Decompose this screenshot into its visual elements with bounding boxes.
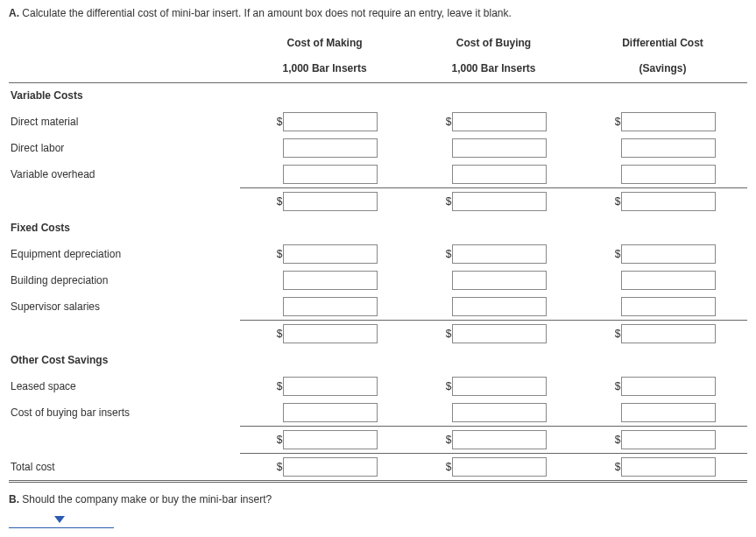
input-variable-subtotal-diff[interactable] [621, 192, 716, 211]
input-equipment-depreciation-buying[interactable] [452, 244, 547, 264]
currency-symbol: $ [442, 116, 452, 128]
input-supervisor-salaries-diff[interactable] [621, 297, 716, 316]
currency-symbol: $ [442, 434, 452, 446]
currency-symbol: $ [611, 380, 621, 392]
col1-header-l1: Cost of Making [240, 30, 409, 56]
input-total-cost-diff[interactable] [621, 457, 716, 477]
currency-symbol: $ [272, 248, 283, 260]
input-variable-subtotal-making[interactable] [283, 192, 378, 211]
input-total-cost-making[interactable] [283, 457, 378, 477]
input-supervisor-salaries-making[interactable] [283, 297, 378, 316]
input-variable-overhead-making[interactable] [283, 165, 378, 184]
currency-symbol: $ [272, 116, 283, 128]
input-building-depreciation-making[interactable] [283, 271, 378, 290]
input-variable-overhead-buying[interactable] [452, 165, 547, 184]
row-leased-space: Leased space $ $ $ [9, 373, 747, 399]
currency-symbol: $ [611, 328, 621, 340]
currency-symbol: $ [611, 434, 621, 446]
input-leased-space-buying[interactable] [452, 377, 547, 396]
currency-symbol: $ [611, 461, 621, 473]
row-total-cost: Total cost $ $ $ [9, 454, 747, 482]
input-direct-labor-making[interactable] [283, 138, 378, 158]
input-other-subtotal-diff[interactable] [621, 430, 716, 449]
header-row-1: Cost of Making Cost of Buying Differenti… [9, 30, 747, 56]
label-cost-of-buying: Cost of buying bar inserts [9, 399, 240, 427]
section-fixed-title: Fixed Costs [9, 215, 240, 241]
row-variable-subtotal: $ $ $ [9, 188, 747, 216]
row-variable-overhead: Variable overhead [9, 161, 747, 188]
currency-symbol: $ [442, 195, 452, 208]
row-direct-labor: Direct labor [9, 135, 747, 161]
input-leased-space-making[interactable] [283, 377, 378, 396]
input-fixed-subtotal-buying[interactable] [452, 324, 547, 343]
col2-header-l2: 1,000 Bar Inserts [409, 56, 578, 82]
prompt-b-text: Should the company make or buy the mini-… [19, 493, 272, 505]
input-total-cost-buying[interactable] [452, 457, 547, 477]
row-other-subtotal: $ $ $ [9, 427, 747, 454]
currency-symbol: $ [442, 380, 452, 392]
col3-header-l1: Differential Cost [578, 30, 747, 56]
input-equipment-depreciation-making[interactable] [283, 244, 378, 264]
row-cost-of-buying: Cost of buying bar inserts [9, 399, 747, 427]
input-cost-of-buying-diff[interactable] [621, 403, 716, 422]
prompt-b-label: B. [9, 493, 19, 505]
currency-symbol: $ [611, 248, 621, 260]
prompt-a-text: Calculate the differential cost of mini-… [19, 7, 512, 19]
currency-symbol: $ [272, 380, 283, 392]
currency-symbol: $ [442, 248, 452, 260]
col3-header-l2: (Savings) [578, 56, 747, 82]
prompt-b: B. Should the company make or buy the mi… [9, 493, 747, 505]
input-cost-of-buying-making[interactable] [283, 403, 378, 422]
row-building-depreciation: Building depreciation [9, 267, 747, 293]
input-cost-of-buying-buying[interactable] [452, 403, 547, 422]
label-equipment-depreciation: Equipment depreciation [9, 241, 240, 267]
row-fixed-subtotal: $ $ $ [9, 321, 747, 348]
row-equipment-depreciation: Equipment depreciation $ $ $ [9, 241, 747, 267]
label-direct-labor: Direct labor [9, 135, 240, 161]
input-direct-labor-diff[interactable] [621, 138, 716, 158]
label-building-depreciation: Building depreciation [9, 267, 240, 293]
input-fixed-subtotal-diff[interactable] [621, 324, 716, 343]
col1-header-l2: 1,000 Bar Inserts [240, 56, 409, 82]
currency-symbol: $ [611, 116, 621, 128]
prompt-a: A. Calculate the differential cost of mi… [9, 7, 747, 19]
currency-symbol: $ [272, 461, 283, 473]
prompt-a-label: A. [9, 7, 19, 19]
label-total-cost: Total cost [9, 454, 240, 482]
input-equipment-depreciation-diff[interactable] [621, 244, 716, 264]
input-direct-labor-buying[interactable] [452, 138, 547, 158]
row-direct-material: Direct material $ $ $ [9, 109, 747, 135]
currency-symbol: $ [611, 195, 621, 208]
input-leased-space-diff[interactable] [621, 377, 716, 396]
make-or-buy-dropdown[interactable] [9, 511, 114, 528]
currency-symbol: $ [272, 328, 283, 340]
input-building-depreciation-buying[interactable] [452, 271, 547, 290]
currency-symbol: $ [272, 434, 283, 446]
input-other-subtotal-making[interactable] [283, 430, 378, 449]
input-direct-material-diff[interactable] [621, 112, 716, 131]
input-fixed-subtotal-making[interactable] [283, 324, 378, 343]
input-supervisor-salaries-buying[interactable] [452, 297, 547, 316]
label-direct-material: Direct material [9, 109, 240, 135]
currency-symbol: $ [442, 461, 452, 473]
label-leased-space: Leased space [9, 373, 240, 399]
currency-symbol: $ [442, 328, 452, 340]
col2-header-l1: Cost of Buying [409, 30, 578, 56]
currency-symbol: $ [272, 195, 283, 208]
section-other-title: Other Cost Savings [9, 347, 240, 373]
input-variable-overhead-diff[interactable] [621, 165, 716, 184]
input-direct-material-making[interactable] [283, 112, 378, 131]
cost-table: Cost of Making Cost of Buying Differenti… [9, 30, 747, 483]
input-building-depreciation-diff[interactable] [621, 271, 716, 290]
row-supervisor-salaries: Supervisor salaries [9, 293, 747, 321]
label-supervisor-salaries: Supervisor salaries [9, 293, 240, 321]
header-row-2: 1,000 Bar Inserts 1,000 Bar Inserts (Sav… [9, 56, 747, 82]
section-variable-title: Variable Costs [9, 82, 240, 109]
input-direct-material-buying[interactable] [452, 112, 547, 131]
input-variable-subtotal-buying[interactable] [452, 192, 547, 211]
input-other-subtotal-buying[interactable] [452, 430, 547, 449]
label-variable-overhead: Variable overhead [9, 161, 240, 188]
